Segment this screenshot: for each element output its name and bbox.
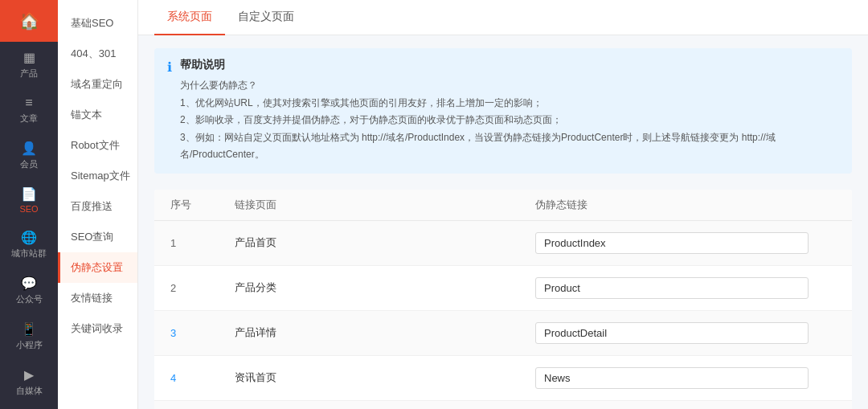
row-2-page: 产品分类 bbox=[235, 280, 535, 295]
help-title: 帮助说明 bbox=[180, 58, 839, 72]
pseudo-static-table: 序号 链接页面 伪静态链接 1 产品首页 2 产品分类 3 产品详 bbox=[154, 190, 852, 409]
subsidebar-item-404-301[interactable]: 404、301 bbox=[58, 39, 137, 69]
tab-system-page[interactable]: 系统页面 bbox=[154, 0, 225, 35]
table-row: 5 资讯分类 bbox=[154, 401, 852, 409]
row-3-page: 产品详情 bbox=[235, 325, 535, 340]
row-3-index[interactable]: 3 bbox=[170, 327, 235, 339]
row-1-input-cell bbox=[535, 232, 836, 254]
subsidebar-item-robot[interactable]: Robot文件 bbox=[58, 130, 137, 161]
row-1-index: 1 bbox=[170, 237, 235, 249]
help-line-2: 2、影响收录，百度支持并提倡伪静态，对于伪静态页面的收录优于静态页面和动态页面； bbox=[180, 112, 839, 129]
sidebar-item-wechat[interactable]: 💬 公众号 bbox=[0, 268, 58, 313]
sidebar-item-label: 自媒体 bbox=[16, 385, 43, 397]
help-line-1: 1、优化网站URL，使其对搜索引擎或其他页面的引用友好，排名上增加一定的影响； bbox=[180, 95, 839, 112]
header-static: 伪静态链接 bbox=[535, 198, 836, 212]
sidebar-item-label: 小程序 bbox=[16, 339, 43, 351]
sidebar-item-media[interactable]: ▶ 自媒体 bbox=[0, 359, 58, 405]
row-3-static-input[interactable] bbox=[535, 322, 809, 344]
sidebar-item-label: SEO bbox=[19, 204, 38, 214]
sidebar-item-label: 产品 bbox=[20, 67, 38, 80]
subsidebar-item-domain-redirect[interactable]: 域名重定向 bbox=[58, 69, 137, 100]
media-icon: ▶ bbox=[24, 367, 34, 382]
tab-custom-page[interactable]: 自定义页面 bbox=[225, 0, 307, 35]
wechat-icon: 💬 bbox=[21, 276, 37, 291]
tab-bar: 系统页面 自定义页面 bbox=[138, 0, 868, 35]
row-2-input-cell bbox=[535, 277, 836, 299]
subsidebar-item-friendly-links[interactable]: 友情链接 bbox=[58, 283, 137, 313]
help-text: 为什么要伪静态？ 1、优化网站URL，使其对搜索引擎或其他页面的引用友好，排名上… bbox=[180, 77, 839, 164]
sidebar-item-citysite[interactable]: 🌐 城市站群 bbox=[0, 222, 58, 268]
sidebar-item-marketing[interactable]: 📢 微营销 bbox=[0, 405, 58, 409]
sidebar-item-product[interactable]: ▦ 产品 bbox=[0, 42, 58, 88]
sidebar-item-label: 会员 bbox=[20, 158, 38, 170]
row-4-static-input[interactable] bbox=[535, 367, 809, 389]
sidebar-item-label: 城市站群 bbox=[11, 247, 47, 260]
subsidebar-item-pseudo-static[interactable]: 伪静态设置 bbox=[58, 252, 137, 283]
seo-icon: 📄 bbox=[21, 186, 37, 202]
citysite-icon: 🌐 bbox=[21, 230, 37, 245]
table-row: 3 产品详情 bbox=[154, 311, 852, 356]
help-line-0: 为什么要伪静态？ bbox=[180, 77, 839, 95]
main-content: 系统页面 自定义页面 ℹ 帮助说明 为什么要伪静态？ 1、优化网站URL，使其对… bbox=[138, 0, 868, 409]
sidebar-item-label: 公众号 bbox=[16, 293, 43, 305]
sub-sidebar: 基础SEO 404、301 域名重定向 锚文本 Robot文件 Sitemap文… bbox=[58, 0, 138, 409]
table-row: 2 产品分类 bbox=[154, 266, 852, 311]
sidebar-item-member[interactable]: 👤 会员 bbox=[0, 133, 58, 178]
subsidebar-item-anchor-text[interactable]: 锚文本 bbox=[58, 100, 137, 130]
info-icon: ℹ bbox=[167, 59, 172, 164]
miniapp-icon: 📱 bbox=[21, 321, 37, 337]
sidebar-item-seo[interactable]: 📄 SEO bbox=[0, 178, 58, 222]
help-content: 帮助说明 为什么要伪静态？ 1、优化网站URL，使其对搜索引擎或其他页面的引用友… bbox=[180, 58, 839, 164]
row-2-static-input[interactable] bbox=[535, 277, 809, 299]
home-icon: 🏠 bbox=[19, 11, 39, 31]
subsidebar-item-basic-seo[interactable]: 基础SEO bbox=[58, 8, 137, 39]
row-3-input-cell bbox=[535, 322, 836, 344]
sidebar-item-article[interactable]: ≡ 文章 bbox=[0, 88, 58, 133]
row-2-index: 2 bbox=[170, 282, 235, 294]
header-index: 序号 bbox=[170, 198, 235, 212]
member-icon: 👤 bbox=[21, 141, 37, 156]
sidebar-item-miniapp[interactable]: 📱 小程序 bbox=[0, 313, 58, 359]
row-1-page: 产品首页 bbox=[235, 235, 535, 250]
subsidebar-item-keyword-collect[interactable]: 关键词收录 bbox=[58, 313, 137, 344]
row-1-static-input[interactable] bbox=[535, 232, 809, 254]
sidebar-logo[interactable]: 🏠 bbox=[0, 0, 58, 42]
subsidebar-item-sitemap[interactable]: Sitemap文件 bbox=[58, 161, 137, 191]
row-4-page: 资讯首页 bbox=[235, 370, 535, 385]
row-4-input-cell bbox=[535, 367, 836, 389]
subsidebar-item-baidu-push[interactable]: 百度推送 bbox=[58, 191, 137, 222]
row-4-index[interactable]: 4 bbox=[170, 372, 235, 384]
product-icon: ▦ bbox=[23, 50, 35, 65]
help-box: ℹ 帮助说明 为什么要伪静态？ 1、优化网站URL，使其对搜索引擎或其他页面的引… bbox=[154, 48, 852, 174]
sidebar-item-label: 文章 bbox=[20, 112, 38, 125]
header-page: 链接页面 bbox=[235, 198, 535, 212]
article-icon: ≡ bbox=[25, 96, 32, 110]
table-header-row: 序号 链接页面 伪静态链接 bbox=[154, 190, 852, 221]
table-row: 1 产品首页 bbox=[154, 221, 852, 266]
table-row: 4 资讯首页 bbox=[154, 356, 852, 401]
help-line-3: 3、例如：网站自定义页面默认地址格式为 http://域名/ProductInd… bbox=[180, 129, 839, 164]
sidebar: 🏠 ▦ 产品 ≡ 文章 👤 会员 📄 SEO 🌐 城市站群 💬 公众号 📱 小程… bbox=[0, 0, 58, 409]
subsidebar-item-seo-query[interactable]: SEO查询 bbox=[58, 222, 137, 252]
content-area: ℹ 帮助说明 为什么要伪静态？ 1、优化网站URL，使其对搜索引擎或其他页面的引… bbox=[138, 35, 868, 409]
